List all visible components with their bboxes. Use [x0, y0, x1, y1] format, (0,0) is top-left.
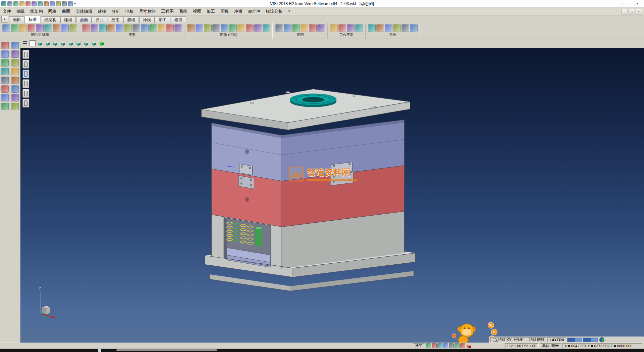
- cube-status-icon[interactable]: [466, 343, 472, 349]
- measure-tool-icon[interactable]: [1, 77, 9, 84]
- gallery-icon[interactable]: [132, 24, 140, 32]
- iso-view-3-icon[interactable]: [52, 40, 59, 47]
- tab-5[interactable]: 尺寸: [92, 16, 107, 23]
- scrollbar-thumb[interactable]: [116, 349, 217, 351]
- workplane-view-icon[interactable]: [355, 24, 363, 32]
- sketch-tool-icon[interactable]: [11, 68, 19, 75]
- menu-item-6[interactable]: 建模: [95, 9, 109, 14]
- quick-icon-7[interactable]: [50, 1, 55, 6]
- cylinder-view-icon[interactable]: [124, 24, 132, 32]
- view-mode-segment[interactable]: 绝对 XY 上视图: [490, 337, 526, 342]
- adv-shadow-icon[interactable]: [196, 24, 203, 32]
- quick-icon-4[interactable]: [32, 1, 37, 6]
- axis-tool-icon[interactable]: [1, 50, 9, 58]
- rotate-icon[interactable]: [309, 24, 317, 32]
- filter-slot-6-icon[interactable]: [22, 99, 29, 107]
- adv-animate-icon[interactable]: [263, 24, 270, 32]
- adv-reflect-icon[interactable]: [204, 24, 212, 32]
- maximize-button[interactable]: □: [617, 0, 631, 7]
- color-filter-icon[interactable]: [19, 24, 27, 32]
- system-info-icon[interactable]: [410, 24, 418, 32]
- minimize-button[interactable]: –: [604, 0, 617, 7]
- surface-tool-icon[interactable]: [11, 59, 19, 67]
- selection-filter-icon[interactable]: [53, 24, 60, 32]
- menu-item-1[interactable]: 编辑: [14, 9, 28, 14]
- quick-icon-1[interactable]: [13, 1, 18, 6]
- iso-view-7-icon[interactable]: [83, 40, 90, 47]
- iso-view-8-icon[interactable]: [91, 40, 97, 47]
- element-filter-icon[interactable]: [11, 24, 18, 32]
- filter-options-icon[interactable]: [69, 24, 77, 32]
- tab-0[interactable]: 编辑: [9, 16, 24, 23]
- move-tool-icon[interactable]: [1, 103, 9, 110]
- quick-icon-9[interactable]: [62, 1, 67, 6]
- quick-icon-2[interactable]: [19, 1, 24, 6]
- print-status-icon[interactable]: [437, 343, 442, 348]
- menu-item-9[interactable]: 尺寸标注: [137, 9, 159, 14]
- mdi-minimize-button[interactable]: –: [622, 9, 628, 14]
- menu-item-0[interactable]: 文件: [0, 9, 14, 14]
- entity-mask-icon[interactable]: [44, 24, 52, 32]
- shading-icon[interactable]: [99, 24, 107, 32]
- adv-section-icon[interactable]: [212, 24, 220, 32]
- menu-item-13[interactable]: 加工: [204, 9, 218, 14]
- world-status-icon[interactable]: [454, 343, 460, 348]
- wireframe-icon[interactable]: [91, 24, 98, 32]
- tab-4[interactable]: 曲面: [76, 16, 92, 23]
- section-tool-icon[interactable]: [1, 94, 9, 101]
- locating-ring[interactable]: [290, 94, 336, 107]
- transparency-icon[interactable]: [116, 24, 123, 32]
- menu-item-8[interactable]: 电极: [123, 9, 137, 14]
- tab-2[interactable]: 线架构: [41, 16, 60, 23]
- menu-item-4[interactable]: 曲面: [59, 9, 73, 14]
- light-tool-icon[interactable]: [1, 85, 9, 93]
- iso-view-4-icon[interactable]: [60, 40, 66, 47]
- display-status-icon[interactable]: [432, 343, 437, 348]
- tab-10[interactable]: 模流: [171, 16, 186, 23]
- pan-icon[interactable]: [301, 24, 308, 32]
- zoom-all-icon[interactable]: [275, 24, 283, 32]
- layer-indicator[interactable]: LAYER0: [547, 337, 566, 342]
- info-tool-icon[interactable]: [11, 103, 19, 110]
- absolute-view-label[interactable]: 绝对视图: [527, 337, 546, 342]
- quick-icon-10[interactable]: [68, 1, 73, 6]
- curve-tool-icon[interactable]: [1, 59, 9, 67]
- viewport-3d[interactable]: Z: [20, 48, 644, 343]
- mold-3d-model[interactable]: Z: [20, 48, 644, 343]
- zoom-in-icon[interactable]: [292, 24, 300, 32]
- menu-item-3[interactable]: 网格: [46, 9, 59, 14]
- save-status-icon[interactable]: [426, 343, 431, 348]
- tab-7[interactable]: 塑模: [123, 16, 139, 23]
- close-button[interactable]: ×: [631, 0, 644, 7]
- menu-item-15[interactable]: 冲模: [231, 9, 245, 14]
- solid-tool-icon[interactable]: [1, 68, 9, 75]
- adv-compare-icon[interactable]: [237, 24, 245, 32]
- adv-annotate-icon[interactable]: [246, 24, 254, 32]
- hidden-line-icon[interactable]: [107, 24, 115, 32]
- tab-6[interactable]: 应用: [108, 16, 123, 23]
- iso-view-6-icon[interactable]: [75, 40, 82, 47]
- layer-tool-icon[interactable]: [11, 77, 19, 84]
- tab-8[interactable]: 冲模: [139, 16, 155, 23]
- menu-item-2[interactable]: 线架构: [28, 9, 46, 14]
- iso-view-green-icon[interactable]: [98, 40, 105, 47]
- system-grid-icon[interactable]: [385, 24, 392, 32]
- globe-icon[interactable]: [599, 337, 604, 342]
- texture-icon[interactable]: [141, 24, 149, 32]
- quick-icon-3[interactable]: [25, 1, 31, 6]
- menu-item-10[interactable]: 工程图: [159, 9, 177, 14]
- system-options-icon[interactable]: [393, 24, 401, 32]
- menu-item-7[interactable]: 分析: [109, 9, 123, 14]
- mirror-tool-icon[interactable]: [11, 94, 19, 101]
- menu-item-12[interactable]: 视图: [190, 9, 204, 14]
- tab-3[interactable]: 建模: [60, 16, 76, 23]
- snapshot-icon[interactable]: [174, 24, 182, 32]
- mdi-restore-button[interactable]: □: [629, 9, 635, 14]
- quick-icon-8[interactable]: [56, 1, 61, 6]
- help-status-icon[interactable]: [449, 343, 454, 348]
- quick-icon-5[interactable]: [38, 1, 43, 6]
- quick-access-caret-icon[interactable]: ▾: [74, 2, 76, 5]
- filter-slot-3-icon[interactable]: [22, 70, 29, 78]
- adv-explode-icon[interactable]: [254, 24, 262, 32]
- iso-view-1-icon[interactable]: [37, 40, 43, 47]
